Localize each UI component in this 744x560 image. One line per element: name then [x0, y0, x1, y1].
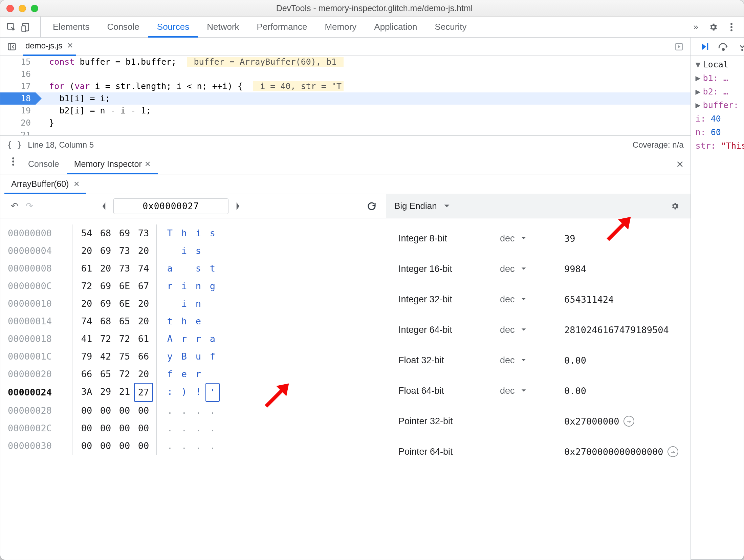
value-type: Float 64-bit: [398, 386, 500, 396]
value-type: Pointer 32-bit: [398, 416, 500, 427]
hex-row[interactable]: 0000000420697320 is: [8, 242, 378, 260]
tab-security[interactable]: Security: [426, 17, 476, 37]
code-line[interactable]: 17 for (var i = str.length; i < n; ++i) …: [0, 80, 691, 92]
scope-panel[interactable]: ▼Local ▶b1: … ▶b2: … ▶buffer: ArrayBuffe…: [691, 56, 744, 560]
value-type: Integer 32-bit: [398, 294, 500, 305]
drawer-tab-console[interactable]: Console: [21, 154, 67, 174]
drawer-menu-icon[interactable]: [6, 154, 21, 169]
jump-to-address-icon[interactable]: →: [668, 446, 678, 457]
code-line[interactable]: 18 b1[i] = i;: [0, 92, 691, 105]
close-window-icon[interactable]: [6, 5, 14, 12]
drawer-tab-memory-inspector[interactable]: Memory Inspector ✕: [67, 154, 158, 174]
window-title: DevTools - memory-inspector.glitch.me/de…: [38, 3, 710, 13]
tabs-overflow[interactable]: »: [690, 22, 702, 32]
code-line[interactable]: 19 b2[i] = n - i - 1;: [0, 105, 691, 117]
hex-row[interactable]: 0000001841727261Arra: [8, 330, 378, 348]
hex-view[interactable]: 0000000054686973This0000000420697320 is …: [0, 218, 386, 560]
callout-arrow-icon: [603, 214, 633, 245]
value-format-select[interactable]: dec: [500, 355, 564, 366]
window-titlebar: DevTools - memory-inspector.glitch.me/de…: [0, 0, 744, 17]
tab-network[interactable]: Network: [198, 17, 248, 37]
step-into-icon[interactable]: [735, 39, 744, 54]
svg-point-8: [12, 157, 14, 159]
value-row: Float 32-bitdec 0.00: [398, 345, 678, 375]
chevron-down-icon: [444, 204, 450, 208]
value-row: Integer 8-bitdec 39: [398, 223, 678, 254]
device-toolbar-icon[interactable]: [19, 20, 34, 35]
scope-i: 40: [711, 112, 721, 126]
close-icon[interactable]: ✕: [67, 41, 73, 50]
value-format-select[interactable]: dec: [500, 294, 564, 305]
value-settings-icon[interactable]: [668, 199, 682, 214]
minimize-window-icon[interactable]: [19, 5, 26, 12]
endian-select[interactable]: Big Endian: [394, 201, 450, 211]
settings-gear-icon[interactable]: [706, 20, 721, 35]
scope-b1[interactable]: b1: …: [703, 71, 728, 85]
drawer-close-icon[interactable]: ✕: [676, 159, 684, 170]
step-over-icon[interactable]: [716, 39, 731, 54]
close-icon[interactable]: ✕: [73, 180, 80, 189]
kebab-menu-icon[interactable]: [724, 20, 739, 35]
address-input[interactable]: [113, 198, 228, 214]
tab-sources[interactable]: Sources: [148, 17, 198, 37]
close-icon[interactable]: ✕: [145, 160, 151, 169]
scope-buffer-key[interactable]: buffer:: [703, 99, 744, 112]
svg-rect-11: [707, 43, 708, 50]
svg-point-10: [12, 164, 14, 166]
editor-tab[interactable]: demo-js.js ✕: [23, 38, 76, 56]
drawer-tab-label: Memory Inspector: [74, 159, 142, 169]
value-row: Pointer 64-bit0x2700000000000000 →: [398, 436, 678, 467]
hex-row[interactable]: 0000002C00000000....: [8, 419, 378, 437]
value-row: Integer 64-bitdec 2810246167479189504: [398, 315, 678, 345]
code-line[interactable]: 21: [0, 129, 691, 136]
code-line[interactable]: 16: [0, 68, 691, 80]
tab-elements[interactable]: Elements: [44, 17, 98, 37]
svg-point-12: [722, 48, 724, 50]
resume-icon[interactable]: [697, 39, 712, 54]
drawer-tabs: Console Memory Inspector ✕ ✕: [0, 154, 691, 174]
prev-page-icon[interactable]: [96, 199, 111, 214]
hex-row[interactable]: 0000000861207374a st: [8, 260, 378, 277]
code-line[interactable]: 15 const buffer = b1.buffer; buffer = Ar…: [0, 56, 691, 68]
navigator-toggle-icon[interactable]: [4, 39, 19, 54]
memory-toolbar: ↶ ↷: [0, 194, 386, 218]
tab-memory[interactable]: Memory: [316, 17, 365, 37]
value-output: 0.00: [564, 355, 678, 366]
jump-to-address-icon[interactable]: →: [623, 416, 634, 427]
value-interpretations: Integer 8-bitdec 39Integer 16-bitdec 998…: [386, 218, 691, 560]
scope-b2[interactable]: b2: …: [703, 85, 728, 99]
value-format-select[interactable]: dec: [500, 386, 564, 396]
value-format-select[interactable]: dec: [500, 233, 564, 244]
value-format-select[interactable]: dec: [500, 264, 564, 274]
zoom-window-icon[interactable]: [31, 5, 38, 12]
value-format-select[interactable]: dec: [500, 325, 564, 335]
hex-row[interactable]: 0000000054686973This: [8, 224, 378, 242]
redo-icon[interactable]: ↷: [22, 199, 37, 214]
hex-row[interactable]: 0000002800000000....: [8, 402, 378, 419]
value-row: Integer 32-bitdec 654311424: [398, 284, 678, 315]
memory-tab[interactable]: ArrayBuffer(60) ✕: [4, 174, 86, 194]
next-page-icon[interactable]: [231, 199, 245, 214]
tab-performance[interactable]: Performance: [248, 17, 316, 37]
tab-console[interactable]: Console: [98, 17, 148, 37]
hex-row[interactable]: 0000001474686520the: [8, 313, 378, 330]
tab-application[interactable]: Application: [365, 17, 426, 37]
value-output: 9984: [564, 264, 678, 274]
memory-inspector-tabs: ArrayBuffer(60) ✕: [0, 174, 691, 194]
hex-row[interactable]: 000000243A292127:)!': [8, 383, 378, 402]
value-output: 0x2700000000000000 →: [564, 446, 678, 457]
hex-row[interactable]: 0000002066657220fer: [8, 365, 378, 383]
execute-snippet-icon[interactable]: [672, 39, 686, 54]
pretty-print-icon[interactable]: { }: [7, 140, 22, 150]
inspect-element-icon[interactable]: [4, 20, 19, 35]
hex-row[interactable]: 0000001020696E20 in: [8, 295, 378, 313]
code-editor[interactable]: 15 const buffer = b1.buffer; buffer = Ar…: [0, 56, 691, 136]
cursor-position: Line 18, Column 5: [28, 140, 94, 150]
refresh-icon[interactable]: [364, 199, 379, 214]
undo-icon[interactable]: ↶: [7, 199, 22, 214]
scope-n: 60: [711, 126, 721, 139]
code-line[interactable]: 20 }: [0, 117, 691, 129]
hex-row[interactable]: 0000001C79427566yBuf: [8, 348, 378, 365]
hex-row[interactable]: 0000000C72696E67ring: [8, 277, 378, 295]
hex-row[interactable]: 0000003000000000....: [8, 437, 378, 455]
